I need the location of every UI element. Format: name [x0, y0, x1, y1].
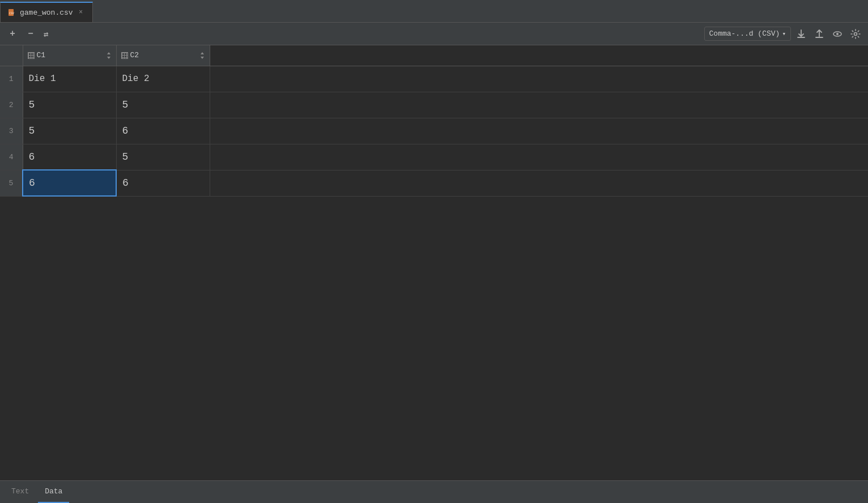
cell-5-c1[interactable]: 6 — [23, 170, 116, 196]
toolbar-right: Comma-...d (CSV) ▾ — [704, 26, 863, 42]
tab-bar: CSV game_won.csv × — [0, 0, 868, 23]
col-sort-c2[interactable] — [199, 52, 205, 59]
settings-icon — [850, 29, 861, 39]
col-header-c2[interactable]: C2 — [116, 45, 210, 66]
row-num-3: 3 — [0, 118, 23, 144]
add-column-button[interactable]: + — [5, 26, 20, 42]
grid-icon-c1 — [28, 52, 35, 59]
tab-text[interactable]: Text — [5, 481, 36, 503]
tab-data-label: Data — [45, 487, 62, 496]
table-row: 1 Die 1 Die 2 — [0, 66, 868, 92]
row-num-5: 5 — [0, 170, 23, 196]
col-header-c2-label: C2 — [130, 51, 139, 59]
split-icon: ⇄ — [44, 29, 54, 39]
table-wrapper: C1 C2 — [0, 45, 868, 480]
upload-button[interactable] — [811, 26, 827, 42]
format-label: Comma-...d (CSV) — [709, 29, 780, 38]
download-button[interactable] — [793, 26, 809, 42]
cell-1-c2[interactable]: Die 2 — [116, 66, 210, 92]
cell-2-c1[interactable]: 5 — [23, 92, 116, 118]
split-columns-button[interactable]: ⇄ — [41, 26, 57, 42]
svg-text:⇄: ⇄ — [44, 29, 48, 39]
header-empty — [210, 45, 868, 66]
file-tab[interactable]: CSV game_won.csv × — [0, 2, 93, 22]
tab-filename: game_won.csv — [20, 8, 73, 17]
remove-column-button[interactable]: − — [23, 26, 39, 42]
csv-file-icon: CSV — [7, 8, 16, 17]
toolbar: + − ⇄ Comma-...d (CSV) ▾ — [0, 23, 868, 45]
chevron-down-icon: ▾ — [782, 30, 786, 37]
upload-icon — [814, 29, 824, 39]
table-row: 4 6 5 — [0, 144, 868, 170]
cell-5-c2[interactable]: 6 — [116, 170, 210, 196]
cell-4-c2[interactable]: 5 — [116, 144, 210, 170]
bottom-bar: Text Data — [0, 480, 868, 503]
row-num-1: 1 — [0, 66, 23, 92]
download-icon — [796, 29, 806, 39]
format-dropdown[interactable]: Comma-...d (CSV) ▾ — [704, 27, 791, 41]
grid-icon-c2 — [121, 52, 128, 59]
eye-icon — [832, 29, 843, 39]
tab-data[interactable]: Data — [38, 481, 69, 503]
col-header-c1-label: C1 — [37, 51, 46, 59]
cell-1-c1[interactable]: Die 1 — [23, 66, 116, 92]
tab-close-button[interactable]: × — [76, 8, 86, 17]
cell-2-c2[interactable]: 5 — [116, 92, 210, 118]
svg-text:CSV: CSV — [9, 11, 14, 15]
table-row: 2 5 5 — [0, 92, 868, 118]
cell-3-c2[interactable]: 6 — [116, 118, 210, 144]
column-header-row: C1 C2 — [0, 45, 868, 66]
col-sort-c1[interactable] — [106, 52, 112, 59]
cell-4-c1[interactable]: 6 — [23, 144, 116, 170]
corner-cell — [0, 45, 23, 66]
cell-3-empty — [210, 118, 868, 144]
cell-5-empty — [210, 170, 868, 196]
col-header-c1[interactable]: C1 — [23, 45, 116, 66]
row-num-2: 2 — [0, 92, 23, 118]
preview-button[interactable] — [829, 26, 845, 42]
tab-text-label: Text — [11, 487, 29, 496]
cell-2-empty — [210, 92, 868, 118]
cell-1-empty — [210, 66, 868, 92]
main-content: C1 C2 — [0, 45, 868, 480]
table-row: 5 6 6 — [0, 170, 868, 196]
cell-3-c1[interactable]: 5 — [23, 118, 116, 144]
settings-button[interactable] — [848, 26, 863, 42]
data-table: C1 C2 — [0, 45, 868, 197]
svg-point-5 — [854, 32, 857, 35]
svg-point-4 — [836, 33, 839, 35]
table-row: 3 5 6 — [0, 118, 868, 144]
row-num-4: 4 — [0, 144, 23, 170]
cell-4-empty — [210, 144, 868, 170]
